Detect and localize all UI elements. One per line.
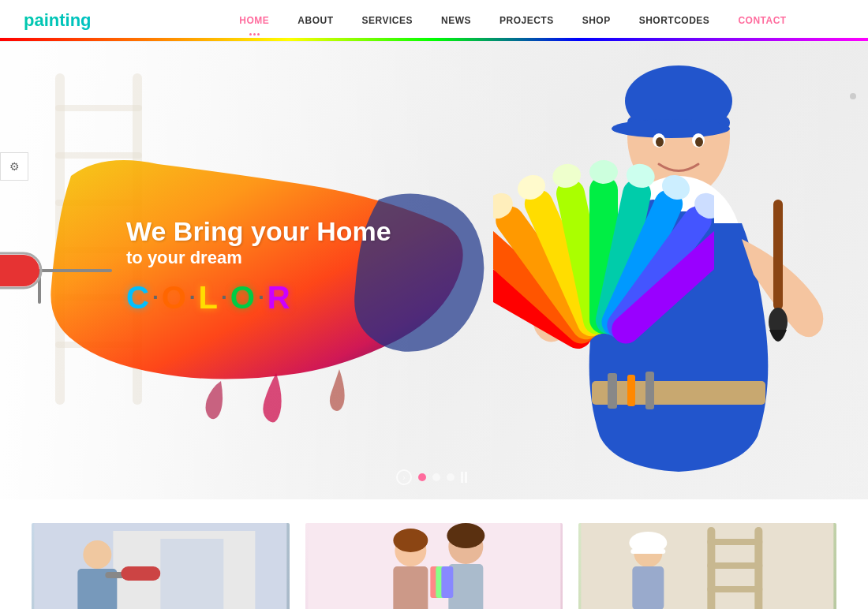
svg-point-68 — [447, 523, 485, 548]
nav-news[interactable]: NEWS — [427, 0, 485, 42]
slide-pause-button[interactable] — [461, 472, 472, 483]
paint-brush — [746, 200, 809, 357]
featured-cards — [0, 499, 868, 609]
nav-dots — [249, 33, 260, 35]
color-letter-r: R — [268, 280, 290, 316]
svg-rect-63 — [448, 564, 483, 609]
svg-point-67 — [393, 529, 428, 552]
card-2 — [305, 523, 563, 609]
nav-shortcodes[interactable]: SHORTCODES — [625, 0, 724, 42]
card-image-2 — [305, 523, 563, 609]
svg-rect-77 — [631, 549, 666, 554]
svg-rect-58 — [160, 539, 223, 609]
svg-rect-73 — [708, 562, 763, 569]
slide-dot-2[interactable] — [432, 473, 440, 481]
main-nav: HOME ABOUT SERVICES NEWS PROJECTS SHOP S… — [158, 0, 868, 42]
hero-color-word: C · O · L · O · R — [126, 280, 391, 316]
header: painting HOME ABOUT SERVICES NEWS PROJEC… — [0, 0, 868, 42]
settings-icon[interactable]: ⚙ — [0, 152, 28, 181]
color-letter-c: C — [126, 280, 149, 316]
color-sep-2: · — [189, 285, 196, 310]
nav-projects[interactable]: PROJECTS — [485, 0, 568, 42]
card-image-3 — [578, 523, 836, 609]
hero-text-block: We Bring your Home to your dream C · O ·… — [126, 215, 391, 316]
hero-title-line2: to your dream — [126, 248, 391, 268]
color-letter-l: L — [199, 280, 218, 316]
paint-roller-icon — [0, 231, 118, 310]
slide-dot-3[interactable] — [447, 473, 455, 481]
svg-rect-41 — [589, 160, 618, 184]
site-logo[interactable]: painting — [0, 10, 158, 31]
nav-about[interactable]: ABOUT — [283, 0, 347, 42]
hero-section: ⚙ — [0, 42, 868, 499]
svg-rect-10 — [0, 255, 39, 286]
svg-rect-57 — [121, 566, 160, 581]
color-sep-3: · — [221, 285, 227, 310]
color-swatch-fan — [493, 113, 714, 397]
indicator-dot — [850, 93, 856, 99]
card-1 — [32, 523, 290, 609]
color-letter-o1: O — [162, 280, 186, 316]
color-letter-o2: O — [230, 280, 255, 316]
svg-rect-74 — [708, 586, 763, 592]
svg-rect-72 — [708, 539, 763, 545]
nav-shop[interactable]: SHOP — [568, 0, 625, 42]
svg-rect-61 — [393, 566, 428, 609]
color-sep-1: · — [152, 285, 159, 310]
rainbow-bar — [0, 38, 868, 41]
svg-rect-50 — [773, 200, 783, 310]
color-sep-4: · — [258, 285, 264, 310]
nav-home[interactable]: HOME — [225, 0, 283, 42]
card-3 — [578, 523, 836, 609]
card-image-1 — [32, 523, 290, 609]
nav-services[interactable]: SERVICES — [348, 0, 427, 42]
nav-contact[interactable]: CONTACT — [724, 0, 800, 42]
svg-point-54 — [83, 540, 111, 569]
slide-dot-1[interactable] — [418, 473, 426, 481]
slider-controls: › — [396, 469, 472, 485]
svg-rect-78 — [633, 566, 664, 609]
slide-prev[interactable]: › — [396, 469, 412, 485]
svg-rect-66 — [441, 566, 453, 598]
hero-title-line1: We Bring your Home — [126, 215, 391, 248]
